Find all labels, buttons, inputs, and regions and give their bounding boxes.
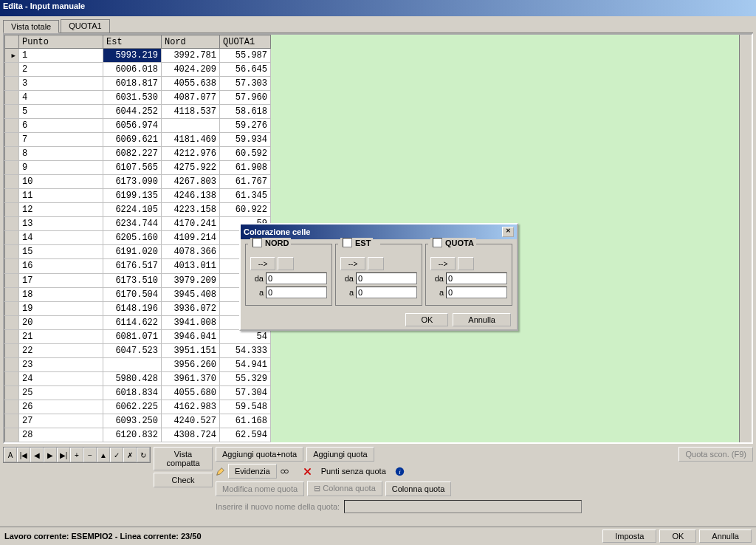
cell[interactable]: 3961.370 [162, 371, 220, 385]
cell[interactable]: 57.304 [220, 385, 271, 400]
cell[interactable]: 6006.018 [103, 63, 162, 77]
cell[interactable]: 8 [19, 147, 103, 161]
cell[interactable]: 6114.622 [103, 315, 162, 329]
cell[interactable]: 60.922 [220, 203, 271, 217]
cell[interactable]: 4162.983 [162, 400, 220, 414]
tab-quota1[interactable]: QUOTA1 [61, 19, 109, 32]
row-header[interactable] [5, 259, 19, 273]
cell[interactable]: 57.960 [220, 91, 271, 105]
cell[interactable]: 23 [19, 357, 103, 371]
cell[interactable]: 4 [19, 91, 103, 105]
cell[interactable]: 59.548 [220, 400, 271, 414]
row-header[interactable] [5, 91, 19, 105]
table-row[interactable]: 176173.5103979.20954 [5, 273, 271, 287]
table-row[interactable]: 116199.1354246.13861.345 [5, 189, 271, 203]
cell[interactable] [103, 357, 162, 371]
cell[interactable]: 4024.209 [162, 63, 220, 77]
aggiungi-quota-nota-button[interactable]: Aggiungi quota+nota [216, 447, 303, 462]
cell[interactable]: 59.934 [220, 133, 271, 147]
cell[interactable]: 26 [19, 400, 103, 414]
cell[interactable]: 54 [220, 329, 271, 343]
dialog-close-button[interactable]: ✕ [502, 227, 514, 237]
da-input[interactable] [356, 272, 417, 284]
table-row[interactable]: 46031.5304087.07757.960 [5, 91, 271, 105]
cell[interactable]: 6148.196 [103, 301, 162, 315]
color-button[interactable] [368, 257, 384, 270]
cell[interactable]: 6234.744 [103, 217, 162, 231]
cell[interactable]: 5980.428 [103, 371, 162, 385]
cell[interactable]: 3946.041 [162, 329, 220, 343]
nav-button[interactable]: ◀ [30, 448, 44, 462]
cell[interactable]: 2 [19, 63, 103, 77]
cell[interactable]: 3 [19, 77, 103, 91]
col-header-punto[interactable]: Punto [19, 35, 103, 49]
cell[interactable]: 61.767 [220, 175, 271, 189]
da-input[interactable] [266, 272, 327, 284]
cell[interactable]: 4055.680 [162, 385, 220, 400]
row-header[interactable] [5, 133, 19, 147]
vista-compatta-button[interactable]: Vista compatta [154, 447, 213, 470]
cell[interactable]: 4055.638 [162, 77, 220, 91]
table-row[interactable]: 36018.8174055.63857.303 [5, 77, 271, 91]
a-input[interactable] [446, 287, 507, 298]
row-header[interactable] [5, 49, 19, 63]
cell[interactable]: 6082.227 [103, 147, 162, 161]
table-row[interactable]: 15993.2193992.78155.987 [5, 49, 271, 63]
nav-button[interactable]: ↻ [137, 448, 150, 462]
da-input[interactable] [446, 272, 507, 284]
cell[interactable]: 15 [19, 245, 103, 259]
color-button[interactable] [458, 257, 474, 270]
cell[interactable]: 6044.252 [103, 105, 162, 119]
row-header[interactable] [5, 315, 19, 329]
cell[interactable]: 25 [19, 385, 103, 400]
punti-senza-quota-button[interactable]: Punti senza quota [315, 465, 392, 478]
table-row[interactable]: 86082.2274212.97660.592 [5, 147, 271, 161]
tab-vista-totale[interactable]: Vista totale [3, 20, 59, 33]
cell[interactable]: 24 [19, 371, 103, 385]
cell[interactable]: 4078.366 [162, 245, 220, 259]
cell[interactable]: 3945.408 [162, 287, 220, 301]
cell[interactable]: 61.345 [220, 189, 271, 203]
cell[interactable]: 11 [19, 189, 103, 203]
cell[interactable]: 4275.922 [162, 161, 220, 175]
cell[interactable]: 20 [19, 315, 103, 329]
row-header[interactable] [5, 105, 19, 119]
table-row[interactable]: 66056.97459.276 [5, 119, 271, 133]
cell[interactable]: 4013.011 [162, 259, 220, 273]
cell[interactable]: 6107.565 [103, 161, 162, 175]
col-header-est[interactable]: Est [103, 35, 162, 49]
cell[interactable]: 6031.530 [103, 91, 162, 105]
cell[interactable]: 6173.090 [103, 175, 162, 189]
cell[interactable]: 4223.158 [162, 203, 220, 217]
table-row[interactable]: 276093.2504240.52761.168 [5, 414, 271, 428]
checkbox[interactable] [343, 238, 352, 247]
cell[interactable]: 6 [19, 119, 103, 133]
cell[interactable]: 6081.071 [103, 329, 162, 343]
nav-button[interactable]: ✓ [110, 448, 123, 462]
row-header[interactable] [5, 203, 19, 217]
main-annulla-button[interactable]: Annulla [699, 529, 752, 543]
cell[interactable]: 6170.504 [103, 287, 162, 301]
nav-button[interactable]: − [83, 448, 97, 462]
table-row[interactable]: 156191.0204078.36656 [5, 245, 271, 259]
vertical-scrollbar[interactable] [739, 35, 752, 442]
cell[interactable]: 22 [19, 343, 103, 357]
row-header[interactable] [5, 63, 19, 77]
row-header[interactable] [5, 329, 19, 343]
cell[interactable]: 60.592 [220, 147, 271, 161]
table-row[interactable]: 186170.5043945.40853 [5, 287, 271, 301]
nav-button[interactable]: |◀ [17, 448, 30, 462]
nav-button[interactable]: ▶ [44, 448, 57, 462]
cell[interactable]: 6018.834 [103, 385, 162, 400]
cell[interactable]: 6062.225 [103, 400, 162, 414]
cell[interactable]: 4240.527 [162, 414, 220, 428]
table-row[interactable]: 96107.5654275.92261.908 [5, 161, 271, 175]
cell[interactable]: 3936.072 [162, 301, 220, 315]
row-header[interactable] [5, 175, 19, 189]
cell[interactable]: 4246.138 [162, 189, 220, 203]
table-row[interactable]: 266062.2254162.98359.548 [5, 400, 271, 414]
cell[interactable]: 12 [19, 203, 103, 217]
cell[interactable]: 4118.537 [162, 105, 220, 119]
row-header[interactable] [5, 287, 19, 301]
table-row[interactable]: 216081.0713946.04154 [5, 329, 271, 343]
